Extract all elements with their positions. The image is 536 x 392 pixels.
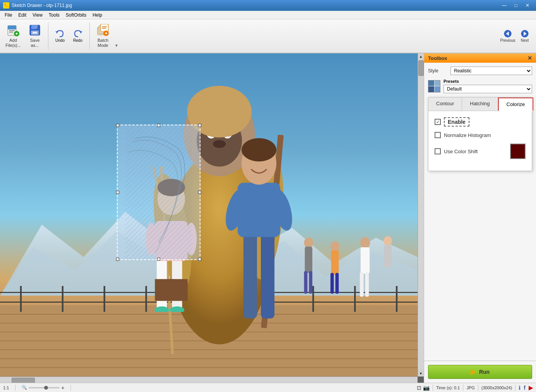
- title-bar-controls[interactable]: — □ ✕: [499, 2, 533, 9]
- svg-rect-64: [243, 233, 257, 318]
- main-image: [0, 53, 418, 377]
- redo-button[interactable]: Redo: [69, 26, 86, 46]
- fit-icon[interactable]: ⊡: [417, 385, 421, 391]
- presets-select[interactable]: Default: [444, 85, 532, 93]
- previous-icon: [504, 30, 512, 38]
- previous-label: Previous: [500, 38, 515, 43]
- menu-help[interactable]: Help: [89, 12, 105, 19]
- toolbar-dropdown[interactable]: ▼: [115, 21, 118, 51]
- maximize-button[interactable]: □: [510, 2, 521, 9]
- next-icon: [521, 30, 529, 38]
- zoom-ratio: 1:1: [3, 385, 9, 390]
- svg-rect-86: [304, 271, 308, 294]
- previous-button[interactable]: Previous: [500, 29, 516, 43]
- toolbox-close-button[interactable]: ✕: [527, 55, 532, 61]
- undo-button[interactable]: Undo: [51, 26, 68, 46]
- menu-view[interactable]: View: [29, 12, 46, 19]
- svg-rect-3: [9, 32, 13, 33]
- image-display: [0, 53, 418, 377]
- scrollbar-thumb-v[interactable]: [418, 60, 424, 76]
- svg-rect-95: [365, 272, 369, 297]
- dimensions-info: (3000x2000x24): [481, 385, 512, 390]
- vertical-scrollbar[interactable]: ▲ ▼: [418, 53, 424, 377]
- svg-point-96: [384, 236, 392, 246]
- color-swatch[interactable]: [510, 144, 526, 159]
- actual-size-icon[interactable]: 📷: [423, 385, 430, 391]
- svg-rect-87: [309, 271, 313, 294]
- tab-contour[interactable]: Contour: [428, 98, 462, 111]
- tab-colorize[interactable]: Colorize: [498, 98, 534, 111]
- social-youtube-icon[interactable]: ▶: [529, 385, 533, 391]
- next-button[interactable]: Next: [517, 29, 533, 43]
- batch-icon: [97, 24, 109, 36]
- svg-rect-81: [155, 279, 188, 301]
- run-icon: ▶: [471, 368, 476, 376]
- app-title: Sketch Drawer - otp-1711.jpg: [12, 3, 72, 8]
- title-bar-left: ✏️ Sketch Drawer - otp-1711.jpg: [3, 2, 72, 9]
- batch-label: BatchMode: [98, 38, 108, 48]
- style-label: Style: [428, 68, 447, 74]
- status-bar: 1:1 🔍 + ⊡ 📷 Time (s): 0.1 JPG (3000x2000…: [0, 383, 536, 392]
- svg-rect-9: [36, 25, 38, 28]
- add-file-button[interactable]: AddFile(s)...: [3, 21, 23, 51]
- app-icon: ✏️: [3, 2, 9, 9]
- enable-checkbox[interactable]: [435, 119, 441, 125]
- status-sep-3: [433, 385, 433, 391]
- svg-rect-1: [8, 26, 16, 29]
- normalize-checkbox[interactable]: [435, 132, 441, 138]
- svg-rect-65: [261, 233, 274, 318]
- menu-tools[interactable]: Tools: [46, 12, 63, 19]
- status-sep-5: [478, 385, 478, 391]
- menu-softorbits[interactable]: SoftOrbits: [63, 12, 89, 19]
- canvas-area[interactable]: ▲ ▼: [0, 53, 424, 383]
- scroll-down-arrow[interactable]: ▼: [418, 370, 424, 377]
- style-select[interactable]: Realistic: [450, 67, 532, 75]
- svg-rect-8: [31, 25, 37, 29]
- minimize-button[interactable]: —: [499, 2, 510, 9]
- menu-file[interactable]: File: [2, 12, 15, 19]
- panel-container: Contour Hatching Colorize Enable: [428, 97, 532, 171]
- scroll-up-arrow[interactable]: ▲: [418, 53, 424, 60]
- svg-rect-89: [331, 250, 339, 275]
- scrollbar-thumb-h[interactable]: [12, 378, 35, 383]
- horizontal-scrollbar[interactable]: [0, 377, 418, 383]
- color-shift-row: Use Color Shift: [435, 144, 526, 159]
- enable-label: Enable: [444, 117, 469, 127]
- info-icon[interactable]: ℹ: [519, 385, 521, 391]
- zoom-out-icon[interactable]: 🔍: [22, 385, 27, 390]
- save-as-button[interactable]: Saveas...: [25, 21, 45, 51]
- toolbox-body: Style Realistic Presets: [424, 63, 536, 361]
- status-sep-6: [515, 385, 515, 391]
- svg-rect-85: [305, 247, 312, 273]
- svg-point-92: [360, 237, 370, 248]
- status-right: ⊡ 📷 Time (s): 0.1 JPG (3000x2000x24) ℹ f…: [417, 385, 533, 391]
- zoom-slider[interactable]: [29, 387, 60, 389]
- svg-rect-18: [102, 28, 106, 29]
- social-facebook-icon[interactable]: f: [524, 385, 526, 391]
- toolbox-title: Toolbox: [428, 55, 447, 61]
- svg-point-88: [331, 241, 339, 252]
- toolbar: AddFile(s)... Saveas... Undo: [0, 19, 536, 53]
- toolbox-panel: Toolbox ✕ Style Realistic: [424, 53, 536, 383]
- svg-rect-93: [361, 248, 370, 274]
- run-label: Run: [479, 369, 490, 375]
- color-shift-checkbox[interactable]: [435, 148, 441, 154]
- presets-row: Presets Default: [428, 79, 532, 93]
- nav-section: Previous Next: [500, 29, 533, 43]
- menu-edit[interactable]: Edit: [15, 12, 29, 19]
- svg-rect-83: [125, 125, 192, 260]
- menu-bar: File Edit View Tools SoftOrbits Help: [0, 11, 536, 19]
- format-info: JPG: [466, 385, 474, 390]
- zoom-in-icon[interactable]: +: [61, 385, 64, 391]
- svg-marker-12: [55, 31, 58, 33]
- svg-rect-2: [9, 30, 15, 31]
- add-file-label: AddFile(s)...: [5, 38, 21, 48]
- panel-content: Enable Normalize Histogram Use Color Shi…: [428, 111, 532, 171]
- svg-rect-17: [102, 26, 107, 27]
- svg-rect-90: [331, 273, 334, 294]
- batch-mode-button[interactable]: BatchMode: [93, 21, 113, 51]
- close-button[interactable]: ✕: [522, 2, 533, 9]
- zoom-control[interactable]: 🔍 +: [22, 385, 64, 391]
- tab-hatching[interactable]: Hatching: [462, 98, 498, 111]
- run-button[interactable]: ▶ Run: [428, 365, 532, 379]
